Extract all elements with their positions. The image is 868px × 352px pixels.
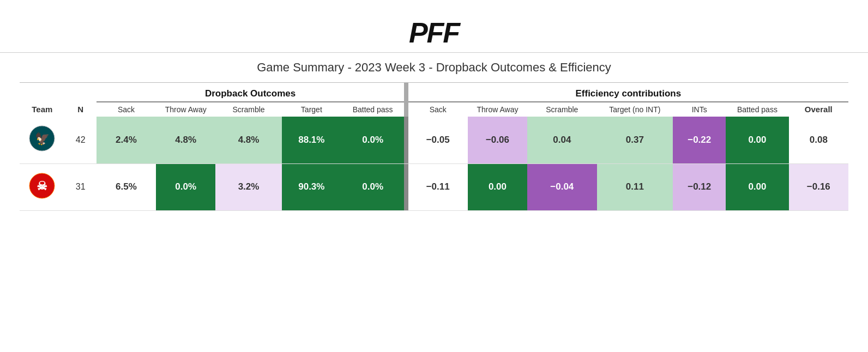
- col-header-row: Team N Sack Throw Away Scramble Target B…: [20, 102, 848, 117]
- team-logo-cell: 🦅: [20, 117, 65, 163]
- page-subtitle: Game Summary - 2023 Week 3 - Dropback Ou…: [257, 60, 611, 75]
- team-logo-cell: ☠: [20, 163, 65, 210]
- col-throw-away: Throw Away: [156, 102, 215, 117]
- col-ints: INTs: [673, 102, 726, 117]
- team-logo: ☠: [29, 173, 55, 199]
- svg-text:🦅: 🦅: [35, 131, 50, 146]
- batted-eff-cell: 0.00: [726, 117, 788, 163]
- target-cell: 90.3%: [282, 163, 341, 210]
- throw-eff-cell: −0.06: [468, 117, 527, 163]
- ints-cell: −0.12: [673, 163, 726, 210]
- col-divider: [404, 102, 408, 117]
- svg-text:☠: ☠: [37, 179, 47, 193]
- batted-cell: 0.0%: [341, 117, 404, 163]
- col-batted-pass2: Batted pass: [726, 102, 788, 117]
- col-scramble2: Scramble: [527, 102, 596, 117]
- target-eff-cell: 0.11: [597, 163, 673, 210]
- target-cell: 88.1%: [282, 117, 341, 163]
- pff-logo: PFF: [0, 16, 868, 49]
- batted-cell: 0.0%: [341, 163, 404, 210]
- col-target-no-int: Target (no INT): [597, 102, 673, 117]
- section-header-row: Dropback Outcomes Efficiency contributio…: [20, 83, 848, 102]
- divider-cell: [404, 163, 408, 210]
- col-batted-pass: Batted pass: [341, 102, 404, 117]
- col-sack: Sack: [97, 102, 156, 117]
- throw-eff-cell: 0.00: [468, 163, 527, 210]
- overall-cell: 0.08: [789, 117, 848, 163]
- table-body: 🦅 42 2.4% 4.8% 4.8% 88.1% 0.0% −0.05 −0.…: [20, 117, 848, 210]
- data-table-wrapper: Dropback Outcomes Efficiency contributio…: [20, 82, 848, 211]
- efficiency-header: Efficiency contributions: [408, 83, 848, 102]
- table-row: 🦅 42 2.4% 4.8% 4.8% 88.1% 0.0% −0.05 −0.…: [20, 117, 848, 163]
- divider-cell: [404, 117, 408, 163]
- col-n: N: [65, 102, 97, 117]
- table-row: ☠ 31 6.5% 0.0% 3.2% 90.3% 0.0% −0.11 0.0…: [20, 163, 848, 210]
- ints-cell: −0.22: [673, 117, 726, 163]
- sack-eff-cell: −0.05: [408, 117, 468, 163]
- n-cell: 42: [65, 117, 97, 163]
- throw-away-cell: 4.8%: [156, 117, 215, 163]
- col-throw-away2: Throw Away: [468, 102, 527, 117]
- col-scramble: Scramble: [215, 102, 281, 117]
- scramble-cell: 4.8%: [215, 117, 281, 163]
- overall-cell: −0.16: [789, 163, 848, 210]
- main-table: Dropback Outcomes Efficiency contributio…: [20, 83, 848, 211]
- target-eff-cell: 0.37: [597, 117, 673, 163]
- sack-eff-cell: −0.11: [408, 163, 468, 210]
- throw-away-cell: 0.0%: [156, 163, 215, 210]
- logo-container: PFF: [0, 11, 868, 53]
- sack-cell: 6.5%: [97, 163, 156, 210]
- col-overall: Overall: [789, 102, 848, 117]
- dropback-outcomes-header: Dropback Outcomes: [97, 83, 404, 102]
- scramble-eff-cell: −0.04: [527, 163, 596, 210]
- scramble-eff-cell: 0.04: [527, 117, 596, 163]
- divider: [404, 83, 408, 102]
- col-team: Team: [20, 102, 65, 117]
- team-logo: 🦅: [29, 125, 55, 151]
- scramble-cell: 3.2%: [215, 163, 281, 210]
- col-sack2: Sack: [408, 102, 468, 117]
- empty-header: [20, 83, 97, 102]
- col-target: Target: [282, 102, 341, 117]
- sack-cell: 2.4%: [97, 117, 156, 163]
- n-cell: 31: [65, 163, 97, 210]
- batted-eff-cell: 0.00: [726, 163, 788, 210]
